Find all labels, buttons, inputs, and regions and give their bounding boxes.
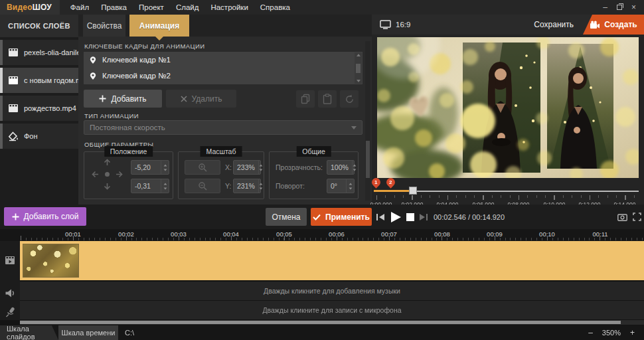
plus-icon bbox=[99, 95, 106, 102]
scale-y-spinner[interactable]: 231% bbox=[233, 179, 261, 193]
tab-properties[interactable]: Свойства bbox=[83, 15, 125, 37]
zoom-in-button[interactable] bbox=[185, 160, 220, 175]
scroll-up-icon[interactable] bbox=[357, 54, 361, 56]
layer-drag-strip bbox=[0, 40, 3, 65]
delete-keyframe-button[interactable]: Удалить bbox=[166, 90, 236, 108]
layer-item-background[interactable]: Фон bbox=[0, 124, 78, 149]
zoom-out-button[interactable] bbox=[185, 179, 220, 193]
paste-keyframe-button[interactable] bbox=[318, 90, 337, 108]
apply-label: Применить bbox=[325, 212, 370, 222]
spinner-arrows[interactable] bbox=[258, 179, 263, 193]
spinner-arrows[interactable] bbox=[161, 179, 169, 193]
position-y-spinner[interactable]: -0,31 bbox=[131, 179, 169, 193]
create-button[interactable]: Создать bbox=[583, 15, 644, 35]
tab-animation[interactable]: Анимация bbox=[129, 15, 189, 37]
nudge-down-button[interactable] bbox=[103, 182, 112, 191]
spinner-arrows[interactable] bbox=[258, 161, 263, 174]
editor-tab-bar: Свойства Анимация bbox=[78, 15, 372, 37]
spinner-arrows[interactable] bbox=[352, 161, 357, 174]
arrow-up-icon bbox=[103, 158, 112, 167]
scroll-down-icon[interactable] bbox=[357, 80, 361, 82]
layer-drag-strip bbox=[0, 68, 3, 93]
reset-keyframe-button[interactable] bbox=[340, 90, 359, 108]
action-bar: Добавить слой Отмена Применить 00:02.546… bbox=[0, 205, 644, 229]
menu-item-project[interactable]: Проект bbox=[139, 3, 164, 11]
snapshot-button[interactable] bbox=[616, 205, 628, 229]
layer-item-rozhdestvo[interactable]: рождество.mp4 bbox=[0, 96, 78, 121]
spin-up-icon bbox=[259, 164, 262, 166]
keyframes-list: Ключевой кадр №1 Ключевой кадр №2 bbox=[84, 52, 362, 84]
scale-x-spinner[interactable]: 233% bbox=[233, 160, 261, 175]
keyframe-marker-1[interactable]: 1 bbox=[370, 176, 382, 188]
tab-time-scale[interactable]: Шкала времени bbox=[58, 325, 118, 340]
tab-slide-scale[interactable]: Шкала слайдов bbox=[0, 325, 58, 340]
minimize-button[interactable]: – bbox=[603, 3, 607, 12]
copy-keyframe-button[interactable] bbox=[296, 90, 315, 108]
zoom-out-button[interactable]: – bbox=[588, 328, 593, 337]
keyframe-item-1[interactable]: Ключевой кадр №1 bbox=[84, 52, 362, 68]
next-frame-button[interactable] bbox=[418, 205, 428, 229]
slide-clip-thumbnail[interactable] bbox=[23, 244, 79, 278]
seek-slider-handle[interactable] bbox=[409, 187, 417, 195]
menu-item-settings[interactable]: Настройки bbox=[210, 3, 248, 11]
film-clip-icon bbox=[8, 104, 19, 113]
nudge-right-button[interactable] bbox=[115, 170, 123, 179]
menu-item-edit[interactable]: Правка bbox=[101, 3, 127, 11]
rotation-spinner[interactable]: 0° bbox=[327, 179, 355, 193]
animation-type-dropdown[interactable]: Постоянная скорость bbox=[84, 120, 362, 135]
preview-ruler-major-ticks bbox=[376, 195, 635, 200]
step-forward-icon bbox=[419, 213, 428, 221]
logo-part-2: ШОУ bbox=[33, 3, 52, 12]
add-keyframe-button[interactable]: Добавить bbox=[84, 90, 162, 108]
close-button[interactable]: × bbox=[631, 3, 636, 12]
keyframe-item-2[interactable]: Ключевой кадр №2 bbox=[84, 68, 362, 84]
scale-x-label: X: bbox=[225, 163, 232, 171]
menu-item-slide[interactable]: Слайд bbox=[176, 3, 199, 11]
layer-item-s-novym-godom[interactable]: с новым годом.mp4 bbox=[0, 68, 78, 93]
menu-item-file[interactable]: Файл bbox=[70, 3, 89, 11]
add-layer-label: Добавить слой bbox=[24, 212, 79, 221]
spinner-arrows[interactable] bbox=[161, 161, 169, 174]
opacity-spinner[interactable]: 100% bbox=[327, 160, 355, 175]
video-track[interactable] bbox=[20, 241, 644, 280]
spinner-arrows[interactable] bbox=[346, 179, 354, 193]
paste-icon bbox=[323, 94, 332, 104]
timeline-horizontal-scrollbar[interactable] bbox=[20, 320, 644, 325]
stop-button[interactable] bbox=[405, 205, 416, 229]
menu-bar: Видео ШОУ Файл Правка Проект Слайд Настр… bbox=[0, 0, 644, 15]
zoom-in-button[interactable]: + bbox=[630, 328, 635, 337]
scroll-thumb[interactable] bbox=[356, 64, 361, 73]
menu-item-help[interactable]: Справка bbox=[260, 3, 290, 11]
nudge-up-button[interactable] bbox=[103, 158, 112, 167]
play-button[interactable] bbox=[388, 205, 403, 229]
layer-item-pexels[interactable]: pexels-olia-danilevi... bbox=[0, 40, 78, 65]
active-tab-caret-icon bbox=[155, 37, 163, 41]
project-path: C:\ bbox=[125, 329, 134, 337]
music-track[interactable]: Дважды кликните для добавления музыки bbox=[20, 282, 644, 300]
add-layer-button[interactable]: Добавить слой bbox=[4, 207, 86, 226]
nudge-left-button[interactable] bbox=[91, 170, 100, 179]
previous-frame-button[interactable] bbox=[375, 205, 386, 229]
voice-track[interactable]: Дважды кликните для записи с микрофона bbox=[20, 301, 644, 319]
timeline-zoom-controls: – 350% + bbox=[588, 328, 644, 337]
keyframe-marker-2[interactable]: 2 bbox=[384, 176, 396, 188]
keyframes-scrollbar[interactable] bbox=[355, 52, 362, 84]
opacity-label: Прозрачность: bbox=[276, 163, 323, 171]
position-x-value: -5,20 bbox=[131, 161, 161, 174]
keyframe-label: Ключевой кадр №1 bbox=[102, 56, 171, 64]
timeline-ruler[interactable]: 00:01 00:02 00:03 00:04 00:05 00:06 00:0… bbox=[0, 229, 644, 241]
save-button[interactable]: Сохранить bbox=[534, 20, 574, 29]
time-total: 00:14.920 bbox=[472, 213, 505, 221]
delete-keyframe-label: Удалить bbox=[192, 94, 222, 104]
scroll-thumb[interactable] bbox=[366, 141, 370, 178]
film-clip-icon bbox=[8, 76, 19, 85]
apply-button[interactable]: Применить bbox=[311, 208, 372, 226]
position-x-spinner[interactable]: -5,20 bbox=[131, 160, 169, 175]
nudge-center-button[interactable] bbox=[105, 172, 110, 177]
restore-button[interactable] bbox=[617, 5, 622, 10]
scroll-thumb[interactable] bbox=[20, 321, 621, 324]
play-icon bbox=[390, 211, 402, 223]
cancel-button[interactable]: Отмена bbox=[266, 208, 307, 226]
fullscreen-button[interactable] bbox=[631, 205, 643, 229]
editor-scrollbar[interactable] bbox=[365, 41, 370, 201]
